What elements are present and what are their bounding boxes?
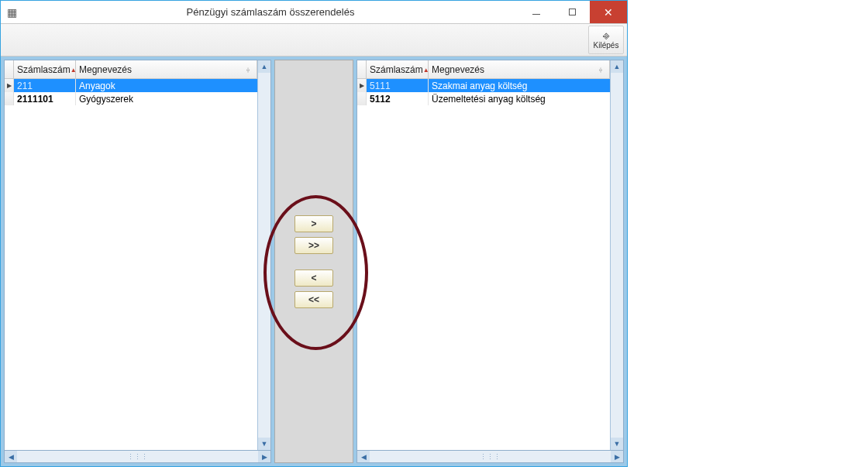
scroll-right-icon[interactable]: ▶ bbox=[611, 451, 623, 462]
scroll-thumb[interactable]: ⋮⋮⋮ bbox=[370, 451, 611, 462]
scroll-up-icon[interactable]: ▲ bbox=[258, 60, 270, 73]
left-panel: Számlaszám ▲ Megnevezés ▵▿ ▶211Anyagok21… bbox=[4, 60, 271, 463]
close-button[interactable]: ✕ bbox=[590, 1, 627, 23]
row-marker-icon: ▶ bbox=[5, 79, 14, 92]
table-row[interactable]: ▶5111Szakmai anyag költség bbox=[357, 79, 610, 92]
cell-megnevezes: Gyógyszerek bbox=[76, 92, 257, 105]
table-row[interactable]: 5112Üzemeltetési anyag költség bbox=[357, 92, 610, 105]
left-column-headers: Számlaszám ▲ Megnevezés ▵▿ bbox=[5, 60, 257, 79]
left-rows: ▶211Anyagok2111101Gyógyszerek bbox=[5, 79, 257, 450]
right-column-headers: Számlaszám ▲ Megnevezés ▵▿ bbox=[357, 60, 610, 79]
sort-indicator-icon: ▵▿ bbox=[595, 67, 606, 73]
right-rows: ▶5111Szakmai anyag költség5112Üzemelteté… bbox=[357, 79, 610, 450]
table-row[interactable]: ▶211Anyagok bbox=[5, 79, 257, 92]
left-header-szamlaszam[interactable]: Számlaszám ▲ bbox=[14, 60, 76, 78]
exit-icon: ⎆ bbox=[603, 30, 609, 41]
left-header-megnevezes[interactable]: Megnevezés ▵▿ bbox=[76, 60, 257, 78]
right-horizontal-scrollbar[interactable]: ◀ ⋮⋮⋮ ▶ bbox=[356, 450, 624, 463]
scroll-down-icon[interactable]: ▼ bbox=[611, 438, 623, 450]
cell-megnevezes: Anyagok bbox=[76, 79, 257, 92]
cell-szamlaszam: 2111101 bbox=[14, 92, 76, 105]
maximize-button[interactable] bbox=[554, 1, 590, 23]
move-right-one-button[interactable]: > bbox=[294, 215, 333, 232]
exit-button[interactable]: ⎆ Kilépés bbox=[588, 26, 624, 54]
exit-button-label: Kilépés bbox=[594, 41, 619, 50]
cell-szamlaszam: 5112 bbox=[367, 92, 429, 105]
right-header-megnevezes[interactable]: Megnevezés ▵▿ bbox=[429, 60, 610, 78]
app-icon: ▦ bbox=[1, 1, 22, 23]
scroll-left-icon[interactable]: ◀ bbox=[5, 451, 17, 462]
row-marker-icon bbox=[357, 92, 367, 105]
right-vertical-scrollbar[interactable]: ▲ ▼ bbox=[610, 60, 623, 450]
move-left-all-button[interactable]: << bbox=[294, 291, 333, 308]
toolbar: ⎆ Kilépés bbox=[1, 24, 627, 57]
minimize-button[interactable] bbox=[518, 1, 554, 23]
table-row[interactable]: 2111101Gyógyszerek bbox=[5, 92, 257, 105]
left-horizontal-scrollbar[interactable]: ◀ ⋮⋮⋮ ▶ bbox=[4, 450, 271, 463]
right-header-szamlaszam[interactable]: Számlaszám ▲ bbox=[367, 60, 429, 78]
cell-megnevezes: Üzemeltetési anyag költség bbox=[429, 92, 610, 105]
content-area: Számlaszám ▲ Megnevezés ▵▿ ▶211Anyagok21… bbox=[1, 57, 627, 466]
row-marker-icon bbox=[5, 92, 14, 105]
cell-szamlaszam: 211 bbox=[14, 79, 76, 92]
scroll-left-icon[interactable]: ◀ bbox=[357, 451, 370, 462]
scroll-down-icon[interactable]: ▼ bbox=[258, 438, 270, 450]
scroll-up-icon[interactable]: ▲ bbox=[611, 60, 623, 73]
sort-indicator-icon: ▵▿ bbox=[243, 67, 253, 73]
app-window: ▦ Pénzügyi számlaszám összerendelés ✕ ⎆ … bbox=[0, 0, 628, 467]
scroll-right-icon[interactable]: ▶ bbox=[258, 451, 270, 462]
scroll-thumb[interactable]: ⋮⋮⋮ bbox=[17, 451, 258, 462]
move-left-one-button[interactable]: < bbox=[294, 270, 333, 287]
left-vertical-scrollbar[interactable]: ▲ ▼ bbox=[257, 60, 270, 450]
right-panel: Számlaszám ▲ Megnevezés ▵▿ ▶5111Szakmai … bbox=[356, 60, 624, 463]
move-right-all-button[interactable]: >> bbox=[294, 237, 333, 254]
titlebar: ▦ Pénzügyi számlaszám összerendelés ✕ bbox=[1, 1, 627, 24]
cell-szamlaszam: 5111 bbox=[367, 79, 429, 92]
row-marker-icon: ▶ bbox=[357, 79, 367, 92]
cell-megnevezes: Szakmai anyag költség bbox=[429, 79, 610, 92]
transfer-panel: > >> < << bbox=[274, 60, 353, 463]
window-title: Pénzügyi számlaszám összerendelés bbox=[22, 1, 518, 23]
